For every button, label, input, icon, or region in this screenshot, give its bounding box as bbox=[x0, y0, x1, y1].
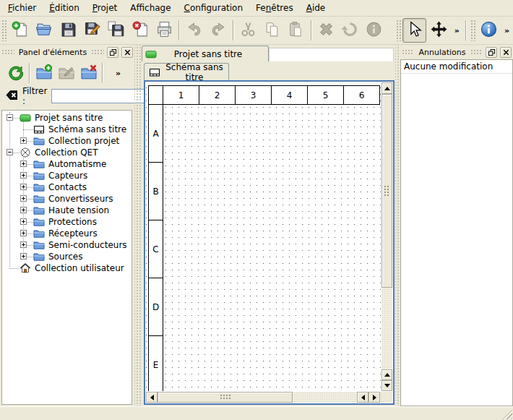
arrow-left-icon bbox=[358, 395, 365, 400]
expand-expander-icon[interactable] bbox=[20, 137, 27, 144]
splitter-left[interactable] bbox=[134, 45, 141, 406]
toolbar-separator bbox=[178, 20, 180, 40]
expand-expander-icon[interactable] bbox=[20, 207, 27, 213]
project-tabbar-empty bbox=[269, 48, 394, 61]
scroll-up-button-2[interactable] bbox=[381, 369, 392, 380]
menu-edition[interactable]: Édition bbox=[43, 1, 86, 14]
horizontal-scrollbar[interactable] bbox=[146, 392, 380, 403]
rotate-icon bbox=[341, 20, 359, 40]
float-panel-button[interactable] bbox=[107, 47, 118, 58]
schema-canvas[interactable]: 123456ABCDE bbox=[146, 82, 381, 391]
schema-icon bbox=[149, 67, 160, 78]
tree-item-label: Projet sans titre bbox=[35, 113, 103, 123]
expand-expander-icon[interactable] bbox=[20, 218, 27, 225]
expand-expander-icon[interactable] bbox=[20, 230, 27, 236]
folder-icon bbox=[33, 181, 45, 193]
scroll-left-button[interactable] bbox=[146, 392, 158, 403]
expand-expander-icon[interactable] bbox=[20, 172, 27, 179]
tree-connector bbox=[23, 129, 33, 130]
expand-expander-icon[interactable] bbox=[20, 253, 27, 260]
tree-item-sources[interactable]: Sources bbox=[2, 251, 132, 262]
close-panel-button[interactable] bbox=[121, 47, 133, 58]
clear-filter-icon[interactable] bbox=[6, 89, 18, 103]
vertical-scrollbar[interactable] bbox=[381, 82, 392, 391]
new-category-button[interactable] bbox=[33, 62, 55, 85]
expand-expander-icon[interactable] bbox=[20, 160, 27, 167]
print-button[interactable] bbox=[152, 18, 176, 43]
scroll-right-button[interactable] bbox=[368, 392, 380, 403]
splitter-right[interactable] bbox=[395, 45, 400, 406]
delete-category-button[interactable] bbox=[77, 62, 100, 85]
horizontal-scroll-thumb[interactable] bbox=[158, 392, 293, 403]
tree-item-automatisme[interactable]: Automatisme bbox=[2, 158, 132, 170]
tree-item-contacts[interactable]: Contacts bbox=[2, 181, 132, 193]
expand-expander-icon[interactable] bbox=[20, 241, 27, 248]
undo-panel: Annulations Aucune modification bbox=[400, 45, 513, 406]
toolbar-drag-handle[interactable] bbox=[470, 20, 475, 41]
undo-history-list[interactable]: Aucune modification bbox=[400, 59, 513, 406]
panel-overflow-button[interactable]: » bbox=[116, 69, 121, 78]
vertical-scroll-thumb[interactable] bbox=[381, 94, 392, 288]
menu-fichier[interactable]: Fichier bbox=[1, 1, 43, 14]
tree-item-collection-qet[interactable]: Collection QET bbox=[2, 147, 132, 158]
expand-expander-icon[interactable] bbox=[20, 184, 27, 190]
toolbar-overflow-button[interactable]: » bbox=[451, 26, 463, 35]
dock-drag-handle[interactable] bbox=[470, 49, 483, 55]
tree-item-collection-utilisateur[interactable]: Collection utilisateur bbox=[2, 262, 132, 274]
menu-aide[interactable]: Aide bbox=[300, 1, 332, 14]
elements-panel-titlebar: Panel d'éléments bbox=[0, 45, 134, 59]
tree-item-label: Protections bbox=[48, 217, 97, 227]
new-document-button[interactable] bbox=[8, 18, 32, 43]
about-info-button[interactable] bbox=[477, 18, 501, 43]
undo-list-item[interactable]: Aucune modification bbox=[401, 60, 512, 74]
resize-grip[interactable] bbox=[502, 409, 512, 419]
about-info-icon bbox=[480, 20, 498, 40]
collapse-expander-icon[interactable] bbox=[7, 149, 13, 155]
qet-icon bbox=[20, 147, 31, 158]
toolbar-separator bbox=[29, 63, 30, 83]
move-button[interactable] bbox=[426, 18, 450, 43]
open-document-button[interactable] bbox=[32, 18, 56, 43]
toolbar-drag-handle[interactable] bbox=[1, 20, 7, 41]
float-icon bbox=[488, 49, 495, 56]
scroll-down-button[interactable] bbox=[381, 380, 392, 391]
tree-item-haute-tension[interactable]: Haute tension bbox=[2, 205, 132, 216]
select-pointer-button[interactable] bbox=[402, 18, 426, 43]
tree-item-protections[interactable]: Protections bbox=[2, 216, 132, 228]
save-as-button[interactable] bbox=[80, 18, 104, 43]
reload-collections-button[interactable] bbox=[4, 62, 27, 85]
tab-project[interactable]: Projet sans titre bbox=[142, 46, 269, 61]
folder-icon bbox=[33, 205, 45, 216]
tree-item-convertisseurs[interactable]: Convertisseurs bbox=[2, 193, 132, 205]
dock-drag-handle[interactable] bbox=[1, 49, 14, 55]
menu-configuration[interactable]: Configuration bbox=[178, 1, 249, 14]
tree-item-collection-projet[interactable]: Collection projet bbox=[2, 135, 132, 147]
tree-item-recepteurs[interactable]: Récepteurs bbox=[2, 228, 132, 239]
menu-fenetres[interactable]: Fenêtres bbox=[249, 1, 300, 14]
tree-item-label: Collection utilisateur bbox=[35, 263, 124, 273]
menu-affichage[interactable]: Affichage bbox=[124, 1, 177, 14]
tree-item-label: Récepteurs bbox=[48, 228, 98, 239]
dock-drag-handle[interactable] bbox=[91, 49, 104, 55]
toolbar-drag-handle[interactable] bbox=[396, 20, 401, 41]
tab-schema[interactable]: Schéma sans titre bbox=[144, 63, 229, 80]
tree-item-projet-sans-titre[interactable]: Projet sans titre bbox=[2, 112, 132, 124]
scroll-left-button-2[interactable] bbox=[357, 392, 368, 403]
menu-projet[interactable]: Projet bbox=[86, 1, 124, 14]
arrow-right-icon bbox=[373, 395, 379, 400]
save-all-button[interactable] bbox=[104, 18, 128, 43]
delete-icon bbox=[317, 20, 335, 40]
float-panel-button[interactable] bbox=[486, 47, 497, 58]
close-panel-button[interactable] bbox=[500, 47, 512, 58]
save-button[interactable] bbox=[56, 18, 79, 43]
toolbar-overflow-button[interactable]: » bbox=[501, 26, 513, 35]
tree-item-schema-sans-titre[interactable]: Schéma sans titre bbox=[2, 124, 132, 135]
arrow-down-icon bbox=[384, 384, 390, 390]
tree-item-capteurs[interactable]: Capteurs bbox=[2, 170, 132, 181]
close-file-button[interactable] bbox=[128, 18, 152, 43]
tree-item-semi-conducteurs[interactable]: Semi-conducteurs bbox=[2, 239, 132, 251]
expand-expander-icon[interactable] bbox=[20, 195, 27, 202]
dock-drag-handle[interactable] bbox=[402, 49, 414, 55]
collapse-expander-icon[interactable] bbox=[7, 114, 13, 121]
scroll-up-button[interactable] bbox=[381, 82, 392, 94]
